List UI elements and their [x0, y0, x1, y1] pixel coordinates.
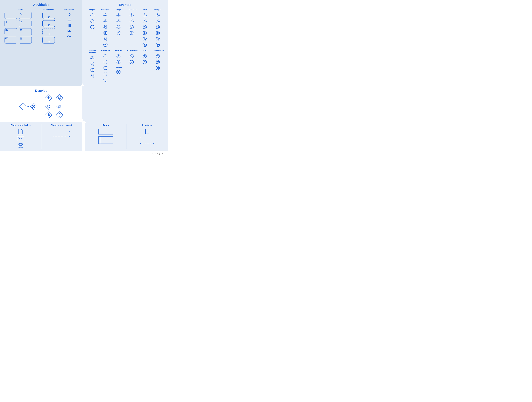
svg-point-75: [104, 60, 107, 64]
event-cond-noni-boundary-icon: [129, 31, 134, 35]
svg-point-90: [143, 54, 146, 58]
svg-point-3: [20, 13, 21, 14]
gateway-exclusive-pair: ou: [19, 95, 37, 118]
task-user: [19, 12, 32, 19]
subprocess-call: [42, 37, 55, 44]
svg-point-74: [104, 54, 107, 58]
svg-point-26: [90, 19, 94, 23]
svg-point-102: [47, 105, 50, 108]
ev-erro-title: Erro: [143, 49, 146, 51]
event-signal-start-icon: [142, 13, 147, 18]
event-parmulti-noni-start-icon: [90, 62, 95, 66]
gateway-parallel-eventbased-icon: [56, 103, 63, 110]
panel-bottom-right: Raias Artefatos: [85, 121, 168, 151]
message-icon: [17, 137, 24, 141]
event-terminate-icon: [116, 70, 121, 74]
svg-rect-110: [56, 112, 63, 118]
svg-point-91: [143, 55, 146, 58]
event-signal-throw-icon: [142, 31, 147, 35]
task-manual: [19, 20, 32, 27]
group-icon: [140, 137, 154, 144]
event-msg-start-icon: [103, 13, 108, 18]
task-send: [5, 28, 17, 35]
svg-rect-15: [69, 24, 70, 27]
event-esc-intermediate-icon: [103, 66, 108, 70]
marker-loop-icon: [68, 13, 71, 16]
event-parmulti-intermediate-icon: [90, 68, 95, 72]
svg-rect-107: [56, 103, 63, 110]
svg-point-28: [90, 25, 94, 29]
ou-label: ou: [27, 106, 29, 107]
event-timer-intermediate-icon: [116, 25, 121, 29]
svg-point-81: [117, 54, 120, 58]
event-msg-noni-boundary-icon: [103, 37, 108, 41]
lanes-icon: [98, 136, 113, 144]
event-cancel-boundary-icon: [129, 54, 134, 58]
event-comp-boundary-icon: [155, 54, 160, 58]
event-esc-noni-boundary-icon: [103, 71, 108, 76]
task-none: [5, 12, 17, 19]
svg-rect-13: [68, 21, 71, 21]
subprocess-transaction: [42, 20, 55, 27]
svg-point-69: [90, 62, 94, 66]
subprocess-event: [42, 28, 55, 35]
event-msg-throw-icon: [103, 31, 108, 35]
svg-point-87: [130, 54, 133, 58]
event-cond-intermediate-icon: [129, 25, 134, 29]
marcadores-title: Marcadores: [61, 8, 78, 11]
atividades-title: Atividades: [1, 3, 81, 7]
svg-point-31: [104, 25, 107, 29]
event-timer-noni-start-icon: [116, 19, 121, 24]
task-businessrule: [19, 28, 32, 35]
event-esc-start-icon: [103, 54, 108, 58]
event-multi-throw-icon: [155, 31, 160, 35]
svg-point-72: [90, 74, 94, 78]
svg-point-50: [143, 13, 146, 17]
event-cond-start-icon: [129, 13, 134, 18]
svg-point-59: [156, 13, 159, 17]
message-flow-icon: [53, 135, 70, 137]
ev-sinal-title: Sinal: [143, 8, 147, 11]
gateway-none-icon: [19, 103, 26, 110]
event-link-throw-icon: [116, 60, 121, 64]
svg-point-27: [91, 20, 94, 23]
event-multi-noni-boundary-icon: [155, 37, 160, 41]
svg-point-65: [156, 37, 159, 41]
event-signal-noni-boundary-icon: [142, 37, 147, 41]
event-msg-noni-start-icon: [103, 19, 108, 24]
sequence-flow-icon: [53, 130, 70, 132]
gateway-parallel-icon: [45, 95, 52, 101]
ev-multiplo-title: Múltiplo: [154, 8, 161, 11]
ev-tempo-title: Tempo: [116, 8, 121, 11]
svg-point-88: [130, 55, 133, 58]
svg-rect-117: [99, 129, 113, 134]
event-msg-end-icon: [103, 42, 108, 47]
marker-sequential-icon: [68, 19, 71, 21]
svg-rect-98: [19, 103, 26, 110]
svg-rect-123: [140, 137, 154, 144]
event-esc-noni-start-icon: [103, 60, 108, 64]
event-esc-end-icon: [103, 77, 108, 82]
subprocesso-title: Subprocesso: [38, 8, 60, 11]
svg-rect-101: [45, 103, 52, 110]
svg-point-56: [143, 37, 146, 41]
datastore-icon: [18, 143, 23, 148]
svg-point-29: [104, 13, 107, 17]
ev-mensagem-title: Mensagem: [101, 8, 110, 11]
ev-termino-title: Término: [115, 66, 122, 68]
svg-point-68: [90, 56, 94, 60]
svg-point-79: [104, 72, 107, 75]
event-multi-start-icon: [155, 13, 160, 18]
task-script: [19, 37, 32, 44]
event-link-catch-icon: [116, 54, 121, 58]
event-simple-start-icon: [90, 13, 95, 18]
annotation-icon: [145, 129, 149, 134]
ev-simples-title: Simples: [89, 8, 96, 11]
pool-icon: [98, 129, 113, 134]
raias-title: Raias: [86, 124, 125, 127]
svg-point-61: [156, 25, 159, 29]
ev-cancel-title: Cancelamento: [126, 49, 138, 51]
subprocess-normal: [42, 12, 55, 19]
task-service: [5, 20, 17, 27]
event-comp-throw-icon: [155, 60, 160, 64]
